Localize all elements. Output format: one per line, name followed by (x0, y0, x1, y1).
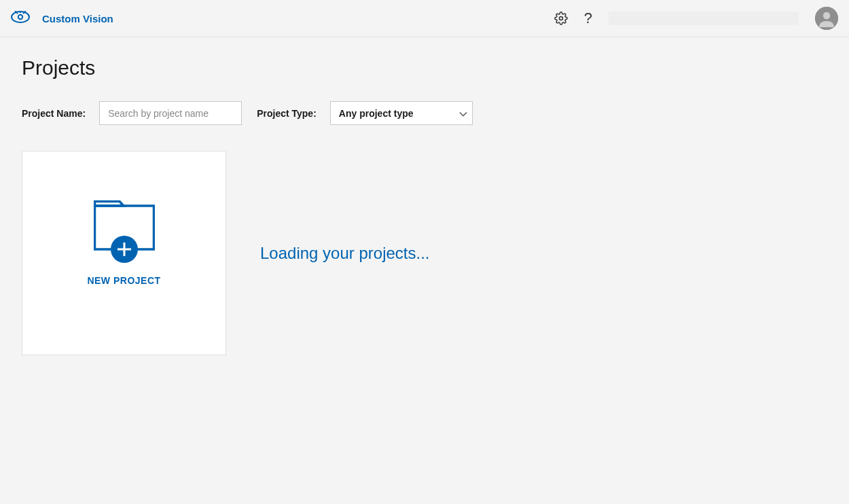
avatar[interactable] (815, 7, 838, 30)
filters: Project Name: Project Type: Any project … (22, 101, 827, 125)
page-title: Projects (22, 56, 827, 79)
project-name-filter-group: Project Name: (22, 101, 242, 125)
folder-plus-icon (94, 200, 155, 255)
project-name-label: Project Name: (22, 108, 86, 119)
svg-point-1 (18, 15, 22, 19)
app-title[interactable]: Custom Vision (42, 13, 113, 24)
account-info-placeholder (609, 12, 799, 25)
loading-text: Loading your projects... (260, 244, 429, 263)
project-type-filter-group: Project Type: Any project type (257, 101, 473, 125)
custom-vision-logo-icon (11, 11, 30, 26)
svg-point-5 (559, 17, 562, 20)
project-type-label: Project Type: (257, 108, 317, 119)
header: Custom Vision ? (0, 0, 849, 37)
header-left: Custom Vision (11, 11, 113, 26)
projects-row: NEW PROJECT Loading your projects... (22, 151, 827, 355)
content: Projects Project Name: Project Type: Any… (0, 37, 849, 374)
header-right: ? (554, 7, 838, 30)
project-name-input[interactable] (99, 101, 242, 125)
project-type-select[interactable]: Any project type (330, 101, 473, 125)
svg-point-7 (823, 12, 830, 19)
new-project-label: NEW PROJECT (87, 275, 160, 286)
new-project-card[interactable]: NEW PROJECT (22, 151, 226, 355)
svg-point-0 (12, 12, 29, 22)
help-icon[interactable]: ? (584, 10, 592, 27)
settings-icon[interactable] (554, 12, 568, 25)
